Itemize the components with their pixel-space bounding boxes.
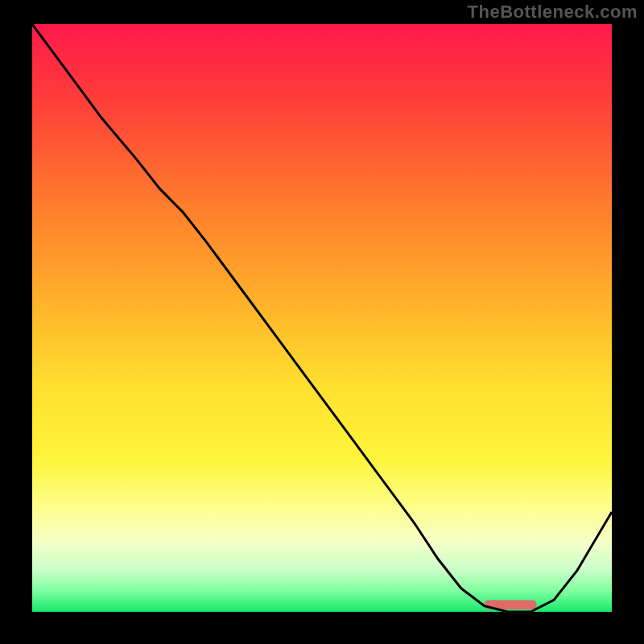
chart-container: TheBottleneck.com [0,0,644,644]
gradient-background [32,24,612,612]
chart-svg [32,24,612,612]
plot-area [32,24,612,612]
watermark-text: TheBottleneck.com [468,2,638,23]
